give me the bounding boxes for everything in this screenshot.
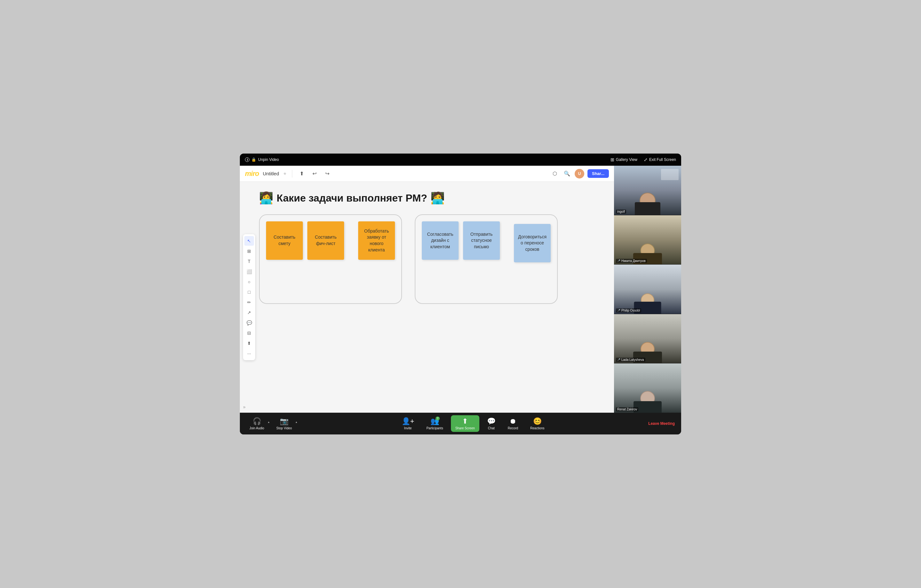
board-content: 👩‍💻 Какие задачи выполняет PM? 🧑‍💻 Соста… <box>259 191 608 403</box>
redo-button[interactable]: ↪ <box>323 169 332 178</box>
video-panel: ingolf 🎤 Никита Дмитров 🎤 Philip Ossobl <box>614 166 681 413</box>
sticky-text: Отправить статусное письмо <box>466 231 496 250</box>
gallery-view-label: Gallery View <box>616 157 637 162</box>
title-text: Какие задачи выполняет PM? <box>277 192 427 204</box>
text-tool[interactable]: T <box>244 257 254 266</box>
muted-icon-4: 🎤 <box>617 358 620 361</box>
invite-control[interactable]: 👤+ Invite <box>397 415 419 432</box>
sticky-text: Согласовать дизайн с клиентом <box>425 231 456 250</box>
reactions-icon: 😊 <box>533 417 542 425</box>
record-label: Record <box>508 427 518 430</box>
left-toolbar: ↖ ⊞ T ⬜ ○ □ ✏ ↗ 💬 ⊟ ⬆ ··· <box>243 234 255 360</box>
sticky-text: Составить смету <box>269 234 299 247</box>
pen-tool[interactable]: ✏ <box>244 298 254 307</box>
video-icon: 📷 <box>280 417 288 425</box>
zoom-user-icon[interactable]: 🔍 <box>563 169 571 178</box>
sticky-text: Договориться о переносе сроков <box>517 234 547 253</box>
share-button[interactable]: Shar... <box>587 169 609 178</box>
upload-tool[interactable]: ⬆ <box>244 339 254 348</box>
emoji-right: 🧑‍💻 <box>430 191 445 205</box>
sticky-note[interactable]: Договориться о переносе сроков <box>514 224 551 262</box>
sticky-note[interactable]: Составить смету <box>266 222 303 260</box>
grid-align-tool[interactable]: ⊟ <box>244 328 254 338</box>
video-feed-5: Renat Zakirov <box>614 363 681 413</box>
comment-tool[interactable]: 💬 <box>244 318 254 327</box>
video-name-4: 🎤 Lada Latysheva <box>616 358 645 362</box>
bottom-controls-left: 🎧 Join Audio ▲ 📷 Stop Video ▲ <box>246 415 298 432</box>
lock-icon: 🔒 <box>251 157 256 162</box>
video-feed-3: 🎤 Philip Ossobl <box>614 265 681 314</box>
unpin-video-btn[interactable]: ℹ 🔒 Unpin Video <box>245 157 279 162</box>
top-right-controls: ⊞ Gallery View ⤢ Exit Full Screen <box>610 157 676 162</box>
info-icon: ℹ <box>245 157 249 162</box>
zoom-bottom-bar: 🎧 Join Audio ▲ 📷 Stop Video ▲ 👤+ Invite … <box>240 413 681 435</box>
orange-group: Составить смету Составить фич-лист Обраб… <box>259 214 402 304</box>
video-feed-4: 🎤 Lada Latysheva <box>614 314 681 363</box>
video-feed-2: 🎤 Никита Дмитров <box>614 215 681 265</box>
sticky-note[interactable]: Согласовать дизайн с клиентом <box>422 222 459 260</box>
stop-video-control[interactable]: 📷 Stop Video <box>273 415 295 432</box>
invite-icon: 👤+ <box>402 417 415 425</box>
undo-button[interactable]: ↩ <box>310 169 319 178</box>
video-name-2: 🎤 Никита Дмитров <box>616 259 647 263</box>
upload-button[interactable]: ⬆ <box>298 169 306 178</box>
invite-label: Invite <box>404 427 412 430</box>
frame-tool[interactable]: ⊞ <box>244 246 254 256</box>
whiteboard-area: miro Untitled ★ ⬆ ↩ ↪ ⬡ 🔍 U Shar... ↖ <box>240 166 614 413</box>
record-icon: ⏺ <box>509 417 516 425</box>
audio-chevron[interactable]: ▲ <box>267 421 270 423</box>
main-window: ℹ 🔒 Unpin Video ⊞ Gallery View ⤢ Exit Fu… <box>240 153 681 435</box>
sticky-tool[interactable]: ⬜ <box>244 267 254 277</box>
video-chevron[interactable]: ▲ <box>295 421 298 423</box>
more-tools[interactable]: ··· <box>244 349 254 358</box>
participant-count: 7 <box>436 417 440 420</box>
share-screen-control[interactable]: ⬆ Share Screen <box>451 415 479 432</box>
shape-tool[interactable]: ○ <box>244 277 254 287</box>
arrow-tool[interactable]: ↗ <box>244 308 254 318</box>
reactions-label: Reactions <box>530 427 544 430</box>
main-content: miro Untitled ★ ⬆ ↩ ↪ ⬡ 🔍 U Shar... ↖ <box>240 166 681 413</box>
favorite-icon[interactable]: ★ <box>283 171 287 176</box>
exit-fullscreen-button[interactable]: ⤢ Exit Full Screen <box>644 157 676 162</box>
zoom-top-bar: ℹ 🔒 Unpin Video ⊞ Gallery View ⤢ Exit Fu… <box>240 153 681 166</box>
select-tool[interactable]: ↖ <box>244 236 254 246</box>
bottom-controls-center: 👤+ Invite 👥7 Participants ⬆ Share Screen… <box>298 415 649 432</box>
leave-meeting-button[interactable]: Leave Meeting <box>648 421 675 426</box>
canvas-area[interactable]: ↖ ⊞ T ⬜ ○ □ ✏ ↗ 💬 ⊟ ⬆ ··· 👩‍💻 <box>240 182 614 413</box>
sticky-note[interactable]: Составить фич-лист <box>308 222 344 260</box>
participants-label: Participants <box>426 427 443 430</box>
expand-icon[interactable]: » <box>243 404 246 409</box>
blue-group: Согласовать дизайн с клиентом Отправить … <box>415 214 558 304</box>
video-name-3: 🎤 Philip Ossobl <box>616 308 641 313</box>
join-audio-label: Join Audio <box>249 427 264 430</box>
sticky-note[interactable]: Отправить статусное письмо <box>463 222 500 260</box>
share-screen-icon: ⬆ <box>462 417 468 425</box>
participant-name-5: Renat Zakirov <box>617 407 637 411</box>
share-screen-label: Share Screen <box>456 427 475 430</box>
sticky-text: Составить фич-лист <box>311 234 341 247</box>
join-audio-control[interactable]: 🎧 Join Audio <box>246 415 267 432</box>
toolbar-divider-1 <box>292 170 292 178</box>
board-title: 👩‍💻 Какие задачи выполняет PM? 🧑‍💻 <box>259 191 608 205</box>
gallery-view-button[interactable]: ⊞ Gallery View <box>610 157 637 162</box>
muted-icon-3: 🎤 <box>617 309 620 312</box>
participants-control[interactable]: 👥7 Participants <box>422 415 447 432</box>
chat-control[interactable]: 💬 Chat <box>483 415 500 432</box>
grid-icon: ⊞ <box>610 157 614 162</box>
reactions-control[interactable]: 😊 Reactions <box>526 415 549 432</box>
stop-video-label: Stop Video <box>276 427 292 430</box>
toolbar-right: ⬡ 🔍 U Shar... <box>550 169 609 179</box>
participants-icon: 👥7 <box>430 417 439 425</box>
audio-icon: 🎧 <box>253 417 261 425</box>
video-name-1: ingolf <box>616 210 626 214</box>
rectangle-tool[interactable]: □ <box>244 287 254 297</box>
participant-name-3: Philip Ossobl <box>622 309 640 312</box>
doc-title[interactable]: Untitled <box>263 171 279 176</box>
video-name-5: Renat Zakirov <box>616 407 638 411</box>
chat-icon: 💬 <box>487 417 496 425</box>
record-control[interactable]: ⏺ Record <box>503 415 522 432</box>
sticky-note[interactable]: Обработать заявку от нового клиента <box>358 222 395 260</box>
participant-name-2: Никита Дмитров <box>622 259 646 263</box>
cursor-share-icon[interactable]: ⬡ <box>550 169 559 178</box>
unpin-label: Unpin Video <box>258 157 279 162</box>
